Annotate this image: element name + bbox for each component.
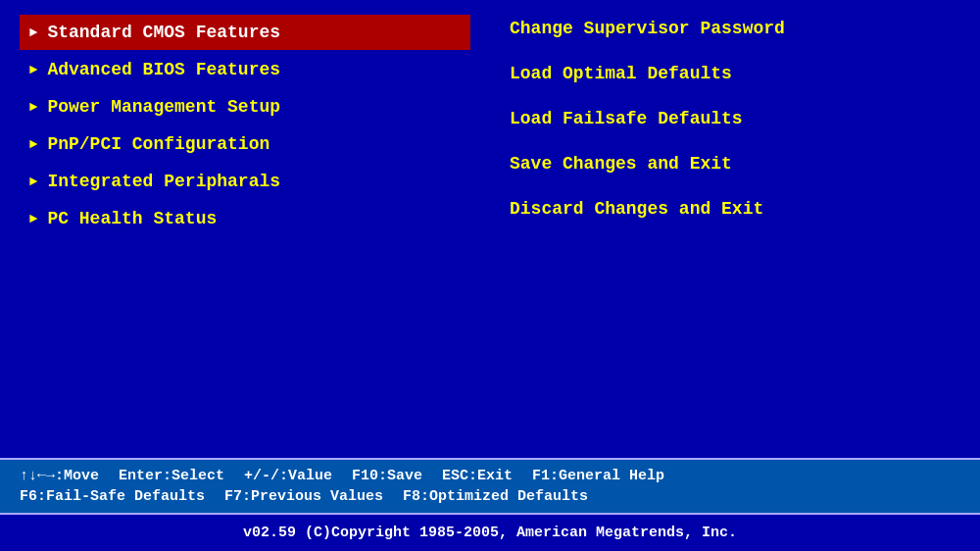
arrow-icon-2: ► bbox=[29, 99, 37, 115]
left-menu-label-3: PnP/PCI Configuration bbox=[47, 134, 270, 154]
footer-text: v02.59 (C)Copyright 1985-2005, American … bbox=[243, 525, 737, 541]
left-menu-label-1: Advanced BIOS Features bbox=[47, 60, 280, 79]
shortcut-row2-item-0: F6:Fail-Safe Defaults bbox=[20, 488, 205, 505]
left-menu: ►Standard CMOS Features►Advanced BIOS Fe… bbox=[20, 10, 470, 448]
right-menu-item-2[interactable]: Load Failsafe Defaults bbox=[510, 105, 960, 132]
bios-screen: ►Standard CMOS Features►Advanced BIOS Fe… bbox=[0, 0, 980, 551]
content-area: ►Standard CMOS Features►Advanced BIOS Fe… bbox=[0, 0, 980, 458]
shortcut-row1-item-2: +/-/:Value bbox=[244, 468, 332, 484]
left-menu-label-4: Integrated Peripharals bbox=[47, 172, 280, 191]
right-menu-item-4[interactable]: Discard Changes and Exit bbox=[510, 195, 960, 223]
footer-bar: v02.59 (C)Copyright 1985-2005, American … bbox=[0, 513, 980, 551]
shortcut-row1-item-3: F10:Save bbox=[352, 468, 422, 484]
right-menu-item-0[interactable]: Change Supervisor Password bbox=[510, 15, 960, 42]
right-menu-item-1[interactable]: Load Optimal Defaults bbox=[510, 60, 960, 87]
shortcut-row2: F6:Fail-Safe DefaultsF7:Previous ValuesF… bbox=[20, 488, 960, 505]
left-menu-item-4[interactable]: ►Integrated Peripharals bbox=[20, 164, 470, 199]
shortcut-row2-item-2: F8:Optimized Defaults bbox=[403, 488, 588, 505]
left-menu-item-2[interactable]: ►Power Management Setup bbox=[20, 89, 470, 125]
arrow-icon-4: ► bbox=[29, 174, 37, 189]
arrow-icon-3: ► bbox=[29, 136, 37, 152]
left-menu-label-0: Standard CMOS Features bbox=[47, 23, 280, 42]
left-menu-item-0[interactable]: ►Standard CMOS Features bbox=[20, 15, 470, 50]
shortcut-row1-item-5: F1:General Help bbox=[532, 468, 664, 484]
shortcut-row1-item-4: ESC:Exit bbox=[442, 468, 513, 484]
left-menu-label-5: PC Health Status bbox=[47, 209, 217, 228]
arrow-icon-1: ► bbox=[29, 62, 37, 77]
left-menu-label-2: Power Management Setup bbox=[47, 97, 280, 117]
left-menu-item-1[interactable]: ►Advanced BIOS Features bbox=[20, 52, 470, 87]
right-menu-item-3[interactable]: Save Changes and Exit bbox=[510, 150, 960, 177]
arrow-icon-5: ► bbox=[29, 211, 37, 226]
shortcut-row1-item-1: Enter:Select bbox=[119, 468, 224, 484]
shortcut-bar: ↑↓←→:MoveEnter:Select+/-/:ValueF10:SaveE… bbox=[0, 458, 980, 513]
arrow-icon-0: ► bbox=[29, 25, 37, 40]
left-menu-item-3[interactable]: ►PnP/PCI Configuration bbox=[20, 126, 470, 162]
shortcut-row2-item-1: F7:Previous Values bbox=[224, 488, 383, 505]
shortcut-row1: ↑↓←→:MoveEnter:Select+/-/:ValueF10:SaveE… bbox=[20, 468, 960, 484]
right-menu: Change Supervisor PasswordLoad Optimal D… bbox=[470, 10, 960, 448]
shortcut-row1-item-0: ↑↓←→:Move bbox=[20, 468, 99, 484]
left-menu-item-5[interactable]: ►PC Health Status bbox=[20, 201, 470, 236]
